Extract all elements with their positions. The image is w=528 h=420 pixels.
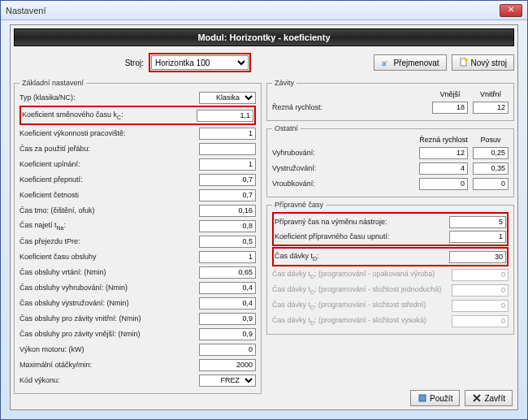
prep-dim-input[interactable] — [452, 284, 509, 297]
footer-buttons: Použít Zavřít — [410, 390, 513, 406]
prep-dim-input[interactable] — [452, 315, 509, 327]
setting-input[interactable] — [199, 174, 256, 186]
code-label: Kód výkonu: — [19, 376, 199, 384]
setting-label: Koeficient přepnutí: — [19, 175, 199, 184]
setting-label: Čas obsluhy vyhrubování: (Nmin) — [19, 284, 199, 292]
other-feed-input[interactable] — [473, 147, 509, 159]
prep-input[interactable] — [449, 216, 506, 228]
prep-row: Přípravný čas na výměnu nástroje: — [275, 214, 506, 229]
prep-dim-row: Čas dávky tD: (programování - opakovaná … — [272, 267, 509, 282]
code-select[interactable]: FREZ — [199, 375, 256, 387]
titlebar: Nastavení ✕ — [1, 1, 527, 20]
setting-input[interactable] — [199, 236, 256, 248]
prep-red-box-1: Přípravný čas na výměnu nástroje:Koefici… — [272, 212, 509, 246]
setting-label: Koeficient četnosti — [19, 191, 199, 199]
setting-input[interactable] — [199, 251, 256, 263]
other-speed-input[interactable] — [419, 147, 468, 159]
setting-row: Koeficient četnosti — [19, 188, 256, 202]
setting-input[interactable] — [199, 143, 256, 155]
close-icon[interactable]: ✕ — [500, 4, 522, 17]
prep-dim-row: Čas dávky tD: (programování - složitost … — [272, 283, 509, 297]
batch-time-input[interactable] — [449, 251, 506, 263]
other-speed-input[interactable] — [419, 178, 468, 190]
other-row: Vystružování: — [272, 161, 509, 175]
setting-label: Čas přejezdu tPre: — [19, 237, 199, 245]
setting-label: Maximální otáčky/min: — [19, 361, 199, 369]
setting-label: Koeficient směnového času kC: — [22, 110, 197, 120]
module-header: Modul: Horizontky - koeficienty — [14, 28, 514, 46]
other-label: Vyhrubování: — [272, 149, 419, 157]
machine-select-wrap: Horizontka 100 — [149, 53, 251, 72]
prep-dim-input[interactable] — [452, 269, 509, 281]
setting-input[interactable] — [199, 158, 256, 171]
svg-text:I: I — [386, 59, 387, 64]
setting-row: Čas tmo: (čištění, ofuk) — [19, 203, 256, 218]
prep-dim-input[interactable] — [452, 300, 509, 312]
other-label: Vroubkování: — [272, 180, 419, 188]
other-speed-input[interactable] — [419, 162, 468, 175]
machine-row: Stroj: Horizontka 100 aI Přejmenovat Nov… — [14, 51, 514, 74]
rename-icon: aI — [381, 58, 391, 67]
rename-button[interactable]: aI Přejmenovat — [374, 54, 446, 71]
thread-outer-input[interactable] — [432, 102, 468, 114]
prep-dim-label: Čas dávky tD: (programování - složitost … — [272, 316, 452, 326]
setting-label: Čas obsluhy vystružování: (Nmin) — [19, 299, 199, 307]
close-button[interactable]: Zavřít — [465, 390, 513, 406]
setting-row: Koeficient přepnutí: — [19, 172, 256, 187]
setting-input[interactable] — [199, 128, 256, 140]
setting-input[interactable] — [199, 205, 256, 217]
thread-inner-input[interactable] — [473, 102, 509, 114]
svg-rect-4 — [419, 395, 426, 401]
cutting-speed-row: Řezná rychlost: — [272, 100, 509, 115]
prep-row: Koeficient přípravného času upnutí: — [275, 229, 506, 244]
machine-select[interactable]: Horizontka 100 — [151, 55, 249, 70]
prep-label: Koeficient přípravného času upnutí: — [275, 232, 449, 240]
setting-row: Čas obsluhy pro závity vnitřní: (Nmin) — [19, 311, 256, 326]
setting-input[interactable] — [199, 328, 256, 340]
setting-row: Čas obsluhy vrtání: (Nmin) — [19, 265, 256, 279]
type-select[interactable]: Klasika — [199, 92, 256, 104]
other-group: Ostatní Řezná rychlost Posuv Vyhrubování… — [266, 124, 514, 197]
prep-dim-row: Čas dávky tD: (programování - složitost … — [272, 314, 509, 328]
setting-label: Čas obsluhy pro závity vnitřní: (Nmin) — [19, 314, 199, 323]
basic-settings-group: Základní nastavení Typ (klasika/NC): Kla… — [14, 79, 262, 394]
threads-legend: Závity — [272, 79, 296, 87]
setting-input[interactable] — [199, 359, 256, 371]
prep-input[interactable] — [449, 231, 506, 243]
setting-input[interactable] — [199, 344, 256, 356]
threads-group: Závity Vnější Vnitřní Řezná rychlost: — [266, 79, 514, 121]
type-label: Typ (klasika/NC): — [19, 93, 199, 102]
setting-row: Čas najetí tNa: — [19, 219, 256, 233]
setting-row: Čas obsluhy pro závity vnější: (Nmin) — [19, 327, 256, 341]
setting-label: Koeficient výkonnosti pracoviště: — [19, 129, 199, 137]
setting-row: Koeficient času obsluhy — [19, 249, 256, 264]
setting-row: Čas obsluhy vystružování: (Nmin) — [19, 296, 256, 310]
machine-label: Stroj: — [14, 58, 144, 67]
prep-dim-label: Čas dávky tD: (programování - složitost … — [272, 285, 452, 295]
setting-input[interactable] — [199, 189, 256, 201]
prep-dim-label: Čas dávky tD: (programování - složitost … — [272, 301, 452, 310]
setting-label: Koeficient upínání: — [19, 160, 199, 168]
setting-input[interactable] — [199, 313, 256, 325]
setting-label: Čas za použití jeřábu: — [19, 145, 199, 153]
setting-input[interactable] — [199, 282, 256, 294]
apply-icon — [418, 393, 427, 403]
type-row: Typ (klasika/NC): Klasika — [19, 90, 256, 105]
batch-time-label: Čas dávky tD: — [275, 252, 449, 262]
new-machine-button[interactable]: Nový stroj — [452, 54, 514, 71]
other-header: Řezná rychlost Posuv — [272, 136, 509, 144]
setting-input[interactable] — [199, 297, 256, 310]
setting-input[interactable] — [199, 220, 256, 232]
prep-red-box-2: Čas dávky tD: — [272, 247, 509, 266]
setting-input[interactable] — [197, 110, 253, 122]
content: Modul: Horizontky - koeficienty Stroj: H… — [10, 24, 518, 410]
setting-row: Čas obsluhy vyhrubování: (Nmin) — [19, 280, 256, 295]
other-feed-input[interactable] — [473, 178, 509, 190]
window: Nastavení ✕ Modul: Horizontky - koeficie… — [0, 0, 528, 420]
other-feed-input[interactable] — [473, 162, 509, 175]
setting-row: Čas přejezdu tPre: — [19, 234, 256, 249]
setting-label: Čas najetí tNa: — [19, 221, 199, 231]
apply-button[interactable]: Použít — [410, 390, 460, 406]
setting-input[interactable] — [199, 266, 256, 279]
other-legend: Ostatní — [272, 124, 301, 132]
